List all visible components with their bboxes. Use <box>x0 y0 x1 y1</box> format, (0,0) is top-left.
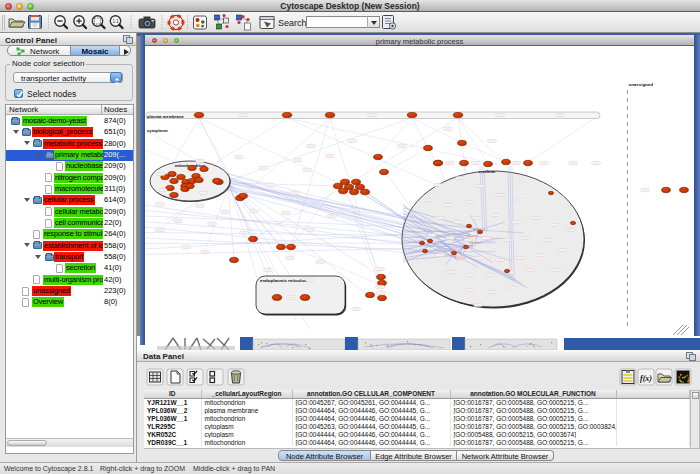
svg-text:endoplasmic reticulum: endoplasmic reticulum <box>260 278 308 283</box>
svg-text:nucleus: nucleus <box>479 169 496 174</box>
svg-text:unassigned: unassigned <box>629 82 654 87</box>
svg-text:plasma membrane: plasma membrane <box>147 114 184 119</box>
svg-text:1:1: 1:1 <box>112 19 119 24</box>
svg-text:f(x): f(x) <box>640 374 652 383</box>
svg-text:cytoplasm: cytoplasm <box>147 128 168 133</box>
svg-text:Search:: Search: <box>278 18 309 28</box>
